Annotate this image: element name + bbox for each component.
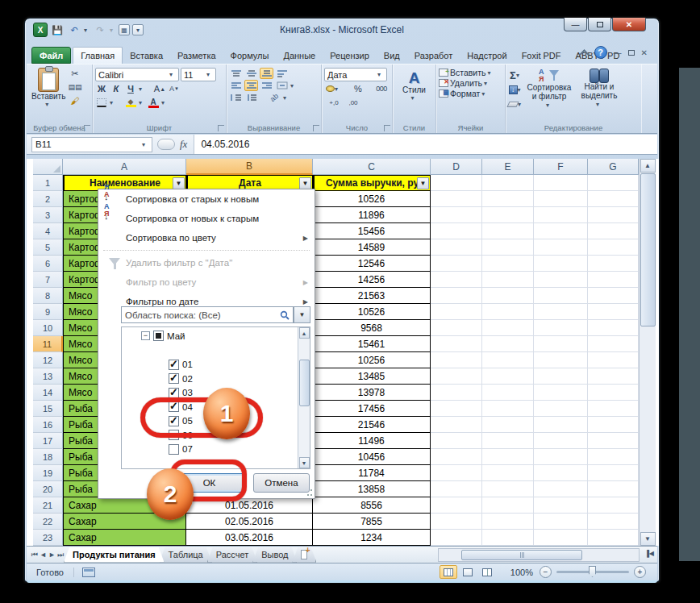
row-header-6[interactable]: 6 [33, 256, 63, 272]
empty-cell[interactable] [431, 272, 482, 288]
empty-cell[interactable] [588, 497, 639, 514]
empty-cell[interactable] [534, 481, 588, 497]
empty-cell[interactable] [482, 304, 534, 320]
day-checkbox-03[interactable] [169, 388, 179, 398]
cells-item-0[interactable]: +Вставить▾ [439, 68, 502, 77]
tree-scroll-up-icon[interactable]: ▲ [299, 327, 310, 339]
date-cell[interactable]: 03.05.2016 [186, 530, 313, 546]
empty-cell[interactable] [534, 401, 588, 417]
value-cell[interactable]: 21563 [313, 288, 431, 304]
sheet-tab-1[interactable]: Таблица [160, 547, 212, 563]
empty-cell[interactable] [482, 417, 534, 433]
workbook-close-icon[interactable]: ✕ [641, 48, 648, 57]
empty-cell[interactable] [431, 514, 482, 530]
cells-item-2[interactable]: ▦Формат▾ [439, 89, 502, 98]
percent-style-button[interactable]: % [352, 82, 365, 95]
empty-cell[interactable] [534, 497, 588, 514]
empty-cell[interactable] [534, 514, 588, 530]
empty-cell[interactable] [482, 433, 534, 449]
ribbon-tab-3[interactable]: Разметка [170, 47, 223, 64]
vertical-scroll-thumb[interactable] [640, 173, 656, 326]
format-painter-icon[interactable]: 🖌 [68, 94, 81, 107]
sum-header-cell[interactable]: Сумма выручки, ру▼ [313, 175, 431, 191]
row-header-20[interactable]: 20 [33, 481, 63, 497]
value-cell[interactable]: 13978 [313, 385, 431, 401]
empty-cell[interactable] [482, 272, 534, 288]
empty-cell[interactable] [431, 352, 482, 368]
empty-cell[interactable] [482, 288, 534, 304]
scroll-up-icon[interactable]: ▲ [640, 159, 656, 173]
merge-center-icon[interactable] [275, 80, 289, 91]
tab-split-handle[interactable]: ▐◀ [644, 550, 654, 557]
empty-cell[interactable] [482, 385, 534, 401]
empty-cell[interactable] [588, 272, 639, 288]
empty-cell[interactable] [534, 320, 588, 336]
normal-view-button[interactable] [440, 565, 457, 579]
empty-cell[interactable] [482, 449, 534, 465]
empty-cell[interactable] [588, 385, 639, 401]
cells-item-1[interactable]: ✕Удалить▾ [439, 78, 502, 88]
menu-resize-grip[interactable] [305, 489, 313, 497]
number-format-combo[interactable]: Дата▾ [324, 68, 387, 81]
zoom-in-icon[interactable]: + [634, 566, 646, 578]
row-header-11[interactable]: 11 [33, 336, 63, 352]
empty-cell[interactable] [534, 336, 588, 352]
empty-cell[interactable] [588, 433, 639, 449]
name-cell[interactable]: Сахар [63, 530, 186, 546]
sheet-tab-3[interactable]: Вывод [252, 547, 297, 563]
formula-bar-handle[interactable] [157, 139, 175, 150]
tree-scroll-down-icon[interactable]: ▼ [299, 457, 310, 468]
next-sheet-icon[interactable]: ► [48, 551, 56, 559]
value-cell[interactable]: 14589 [313, 239, 431, 256]
page-break-view-button[interactable] [478, 565, 496, 579]
empty-cell[interactable] [534, 433, 588, 449]
empty-cell[interactable] [482, 239, 534, 256]
empty-cell[interactable] [482, 223, 534, 239]
empty-cell[interactable] [534, 239, 588, 256]
row-header-14[interactable]: 14 [33, 385, 63, 401]
empty-cell[interactable] [534, 256, 588, 272]
value-cell[interactable]: 17456 [313, 401, 431, 417]
zoom-slider-thumb[interactable] [589, 566, 596, 577]
row-header-9[interactable]: 9 [33, 304, 63, 320]
empty-cell[interactable] [588, 401, 639, 417]
decrease-font-icon[interactable]: A▼ [168, 82, 181, 95]
empty-cell[interactable] [588, 256, 639, 272]
zoom-level[interactable]: 100% [510, 568, 533, 577]
filter-button-sum[interactable]: ▼ [417, 177, 429, 189]
month-checkbox[interactable] [153, 331, 164, 341]
empty-cell[interactable] [482, 207, 534, 223]
menu-item-2[interactable]: Сортировка по цвету▶ [98, 228, 315, 247]
empty-cell[interactable] [534, 175, 588, 191]
sort-filter-button[interactable]: АЯ Сортировка и фильтр ▾ [524, 67, 574, 110]
fill-color-dropdown-icon[interactable]: ▾ [139, 99, 145, 106]
tree-day-07[interactable]: 07 [169, 443, 193, 456]
row-header-18[interactable]: 18 [33, 449, 63, 465]
ribbon-tab-9[interactable]: Надстрой [460, 47, 514, 64]
filter-button-name[interactable]: ▼ [173, 177, 185, 189]
empty-cell[interactable] [482, 336, 534, 352]
bold-button[interactable]: Ж [95, 82, 108, 95]
row-header-1[interactable]: 1 [33, 175, 63, 191]
insert-function-icon[interactable]: fx [180, 138, 187, 151]
tree-scroll-thumb[interactable] [299, 360, 310, 406]
value-cell[interactable]: 7855 [313, 514, 431, 530]
borders-icon[interactable] [95, 96, 108, 109]
empty-cell[interactable] [482, 191, 534, 207]
menu-item-1[interactable]: ЯА↓Сортировка от новых к старым [98, 209, 315, 228]
empty-cell[interactable] [534, 465, 588, 481]
menu-item-0[interactable]: АЯ↓Сортировка от старых к новым [98, 189, 315, 209]
ribbon-tab-10[interactable]: Foxit PDF [515, 47, 569, 64]
empty-cell[interactable] [431, 530, 482, 546]
empty-cell[interactable] [534, 272, 588, 288]
row-header-8[interactable]: 8 [33, 288, 63, 304]
empty-cell[interactable] [482, 497, 534, 514]
empty-cell[interactable] [431, 191, 482, 207]
empty-cell[interactable] [534, 449, 588, 465]
value-cell[interactable]: 11896 [313, 207, 431, 223]
value-cell[interactable]: 9568 [313, 320, 431, 336]
empty-cell[interactable] [588, 239, 639, 256]
number-dialog-launcher-icon[interactable] [384, 125, 390, 131]
empty-cell[interactable] [431, 481, 482, 497]
empty-cell[interactable] [588, 304, 639, 320]
